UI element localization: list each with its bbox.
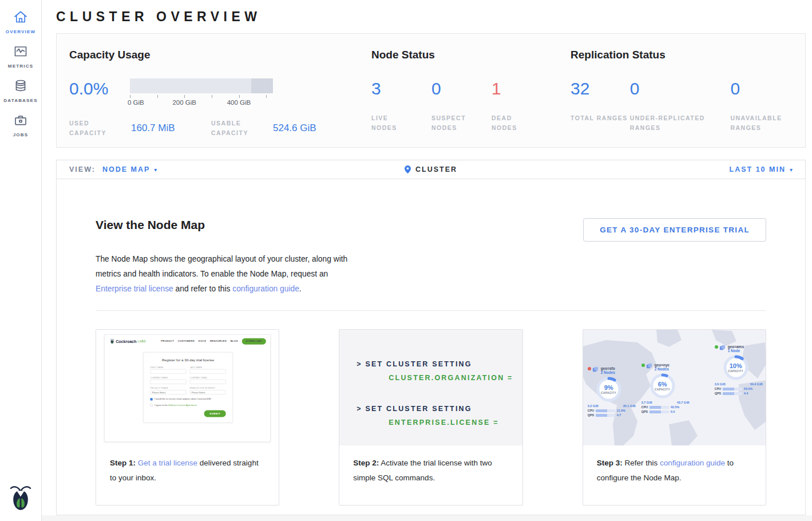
node-count: 2 Nodes xyxy=(655,367,670,371)
mini-field-label: FIRST NAME xyxy=(150,366,187,369)
node-total-capacity: 43.7 GiB xyxy=(677,401,690,404)
step1-caption: Step 1: Get a trial license delivered st… xyxy=(96,445,279,486)
total-ranges-stat: 32 TOTAL RANGES xyxy=(571,78,630,133)
node-cube-icon xyxy=(646,363,652,369)
sidebar-item-label: JOBS xyxy=(0,132,41,137)
step1-card: Cockroach LABS PRODUCT CUSTOMERS DOCS RE… xyxy=(96,329,279,506)
live-nodes-stat: 3 LIVE NODES xyxy=(371,78,431,133)
node-used-capacity: 3.7 GiB xyxy=(641,401,652,404)
node-total-capacity: 34.4 GiB xyxy=(750,382,763,386)
node-status-dot xyxy=(588,367,591,370)
sql-argument: ENTERPRISE.LICENSE = xyxy=(389,416,522,429)
node-count: 2 Nodes xyxy=(601,370,615,374)
view-label: VIEW: xyxy=(69,165,96,173)
node-map-card: View the Node Map GET A 30-DAY ENTERPRIS… xyxy=(56,179,806,515)
chevron-down-icon[interactable]: ▾ xyxy=(154,167,157,173)
cpu-label: CPU xyxy=(588,409,596,412)
view-dropdown[interactable]: NODE MAP xyxy=(102,165,150,173)
mini-select: Please Select xyxy=(190,390,226,394)
sql-prompt: > SET CLUSTER SETTING xyxy=(357,357,522,371)
configuration-guide-link[interactable]: configuration guide xyxy=(660,459,725,467)
total-ranges-label: TOTAL RANGES xyxy=(571,113,630,123)
replication-status-section: Replication Status 32 TOTAL RANGES 0 UND… xyxy=(571,49,793,147)
get-trial-license-link[interactable]: Get a trial license xyxy=(138,459,197,467)
sidebar-item-databases[interactable]: DATABASES xyxy=(0,69,41,103)
cpu-value: 53.0% xyxy=(744,387,753,390)
capacity-usage-title: Capacity Usage xyxy=(69,49,371,61)
step3-card: geo=sfo2 Nodes 9%CAPACITY 3.2 GiB35.1 Gi… xyxy=(583,329,766,506)
chevron-down-icon[interactable]: ▾ xyxy=(790,167,793,173)
map-node-nyc: geo=nyc2 Nodes 6%CAPACITY 3.7 GiB43.7 Gi… xyxy=(641,363,690,413)
cpu-value: 42.5% xyxy=(671,405,680,409)
suspect-nodes-value: 0 xyxy=(431,80,492,97)
mini-nav-item: RESOURCES xyxy=(210,340,227,343)
axis-tick-label: 0 GiB xyxy=(128,99,144,106)
cockroachdb-logo xyxy=(0,483,41,514)
used-capacity-value: 160.7 MiB xyxy=(131,123,205,134)
time-range-dropdown[interactable]: LAST 10 MIN xyxy=(730,165,786,173)
cpu-sparkline xyxy=(596,409,615,412)
location-breadcrumb: CLUSTER xyxy=(405,165,457,173)
mini-site-brand-suffix: LABS xyxy=(138,340,146,343)
cluster-summary-card: Capacity Usage 0.0% 0 GiB 200 GiB 400 Gi… xyxy=(56,33,806,148)
qps-sparkline xyxy=(596,414,615,417)
qps-label: QPS xyxy=(641,410,649,413)
node-used-capacity: 3.6 GiB xyxy=(715,382,726,386)
mini-nav-item: BLOG xyxy=(231,340,238,343)
node-locality: geo=sfo xyxy=(601,366,615,370)
configuration-guide-link[interactable]: configuration guide xyxy=(232,285,299,293)
sidebar-item-metrics[interactable]: METRICS xyxy=(0,34,41,69)
step3-caption: Step 3: Refer this configuration guide t… xyxy=(583,445,766,486)
node-locality: geo=nyc xyxy=(655,363,670,367)
dead-nodes-stat: 1 DEAD NODES xyxy=(492,78,532,133)
step-number: Step 1: xyxy=(110,459,136,467)
cpu-sparkline xyxy=(723,388,742,390)
under-replicated-ranges-label: UNDER-REPLICATED RANGES xyxy=(630,113,731,133)
used-capacity-label: USED CAPACITY xyxy=(69,119,118,138)
mini-field-label: REASON FOR INTEREST xyxy=(190,387,226,389)
qps-label: QPS xyxy=(588,413,596,417)
registration-screenshot: Cockroach LABS PRODUCT CUSTOMERS DOCS RE… xyxy=(96,330,279,445)
sidebar-item-jobs[interactable]: JOBS xyxy=(0,103,41,137)
page-title: CLUSTER OVERVIEW xyxy=(56,9,806,25)
mini-field-label: COMPANY NAME xyxy=(150,377,187,379)
dead-nodes-value: 1 xyxy=(492,80,532,97)
mini-input xyxy=(190,369,226,374)
mini-checkbox-label: I would like to receive email updates ab… xyxy=(155,398,212,401)
under-replicated-ranges-value: 0 xyxy=(630,80,731,97)
capacity-usage-section: Capacity Usage 0.0% 0 GiB 200 GiB 400 Gi… xyxy=(69,49,371,147)
unavailable-ranges-label: UNAVAILABLE RANGES xyxy=(730,113,793,133)
description-text: and refer to this xyxy=(173,285,233,293)
capacity-label: CAPACITY xyxy=(728,370,743,373)
node-map-description: The Node Map shows the geographical layo… xyxy=(96,252,357,297)
home-icon xyxy=(0,9,41,25)
mini-field-label: LAST NAME xyxy=(190,366,226,369)
unavailable-ranges-stat: 0 UNAVAILABLE RANGES xyxy=(730,78,793,133)
capacity-donut: 9%CAPACITY xyxy=(596,376,622,402)
step2-caption: Step 2: Activate the trial license with … xyxy=(339,445,522,486)
mini-checkbox-label: I agree to the xyxy=(155,404,168,406)
enterprise-trial-button[interactable]: GET A 30-DAY ENTERPRISE TRIAL xyxy=(583,218,766,242)
capacity-bar-reserved-segment xyxy=(251,78,273,93)
mini-site-brand: Cockroach xyxy=(116,339,136,344)
axis-tick-label: 400 GiB xyxy=(227,99,251,106)
page-footer-strip xyxy=(42,515,812,521)
axis-tick-label: 200 GiB xyxy=(172,99,196,106)
total-ranges-value: 32 xyxy=(571,80,630,97)
sidebar-item-overview[interactable]: OVERVIEW xyxy=(0,0,41,34)
mini-form-title: Register for a 30-day trial license xyxy=(150,358,226,362)
node-status-section: Node Status 3 LIVE NODES 0 SUSPECT NODES… xyxy=(371,49,571,147)
mini-nav-item: CUSTOMERS xyxy=(178,340,195,343)
enterprise-trial-license-link[interactable]: Enterprise trial license xyxy=(96,285,173,293)
capacity-label: CAPACITY xyxy=(655,388,670,391)
step2-card: > SET CLUSTER SETTING CLUSTER.ORGANIZATI… xyxy=(339,329,522,506)
qps-label: QPS xyxy=(715,392,723,395)
mini-select: Please Select xyxy=(150,390,187,394)
location-pin-icon xyxy=(405,165,411,173)
qps-sparkline xyxy=(649,411,669,413)
mini-license-link: Software License Agreement. xyxy=(168,404,197,406)
cpu-label: CPU xyxy=(641,405,649,409)
capacity-label: CAPACITY xyxy=(601,392,616,394)
sql-prompt: > SET CLUSTER SETTING xyxy=(357,402,522,416)
node-status-dot xyxy=(715,345,718,349)
